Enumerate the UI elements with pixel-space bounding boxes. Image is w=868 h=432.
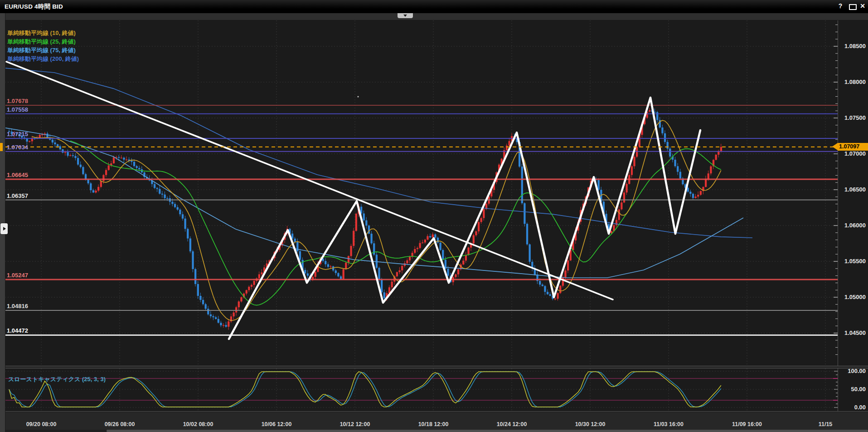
- candle-body: [296, 242, 298, 251]
- candle-body: [483, 209, 485, 218]
- candle-body: [174, 204, 176, 207]
- candle-body: [398, 270, 400, 272]
- candle-body: [417, 248, 418, 249]
- candle-body: [69, 155, 71, 156]
- candle-body: [199, 296, 201, 300]
- candle-body: [567, 260, 569, 270]
- candle-body: [547, 292, 548, 294]
- candle-body: [92, 190, 94, 192]
- close-icon[interactable]: ✕: [858, 2, 867, 10]
- candle-body: [621, 202, 622, 209]
- maximize-icon[interactable]: [849, 4, 857, 10]
- window-title: EUR/USD 4時間 BID: [5, 3, 63, 11]
- candle-body: [133, 162, 135, 166]
- candle-body: [177, 207, 179, 210]
- candle-body: [57, 144, 58, 146]
- level-price-label: 1.04472: [7, 327, 28, 334]
- candle-body: [383, 292, 385, 298]
- toolbar-collapse-tab[interactable]: [398, 13, 413, 18]
- price-levels: [5, 105, 838, 335]
- price-axis-label: 1.06500: [841, 186, 866, 193]
- candle-body: [544, 286, 546, 292]
- candle-body: [529, 244, 531, 261]
- candle-body: [396, 272, 398, 276]
- candle-body: [207, 309, 209, 314]
- candle-body: [694, 196, 696, 198]
- legend-item-sma: 単純移動平均線 (75, 終値): [7, 46, 79, 54]
- candle-body: [251, 285, 252, 287]
- candle-body: [192, 251, 194, 269]
- legend-item-sma: 単純移動平均線 (25, 終値): [7, 37, 79, 46]
- date-label: 10/12 12:00: [330, 421, 380, 427]
- candle-body: [29, 141, 30, 142]
- stochastic-axis-label: 0.00: [841, 404, 866, 411]
- candle-body: [661, 128, 663, 133]
- candle-body: [679, 172, 681, 179]
- candle-body: [480, 218, 482, 222]
- date-label: 09/26 08:00: [95, 421, 145, 427]
- candle-body: [564, 270, 566, 278]
- candle-body: [467, 248, 469, 255]
- candle-body: [123, 158, 125, 160]
- candle-body: [557, 293, 558, 299]
- candle-body: [74, 156, 76, 158]
- candle-body: [391, 282, 393, 287]
- candle-body: [674, 160, 676, 166]
- candle-body: [368, 226, 370, 234]
- help-icon[interactable]: ?: [836, 2, 844, 10]
- candle-body: [77, 158, 79, 164]
- candle-body: [325, 261, 326, 264]
- candle-body: [434, 234, 436, 237]
- sma-200-line: [5, 68, 752, 238]
- candle-body: [437, 238, 439, 243]
- left-panel-gutter: [0, 13, 5, 432]
- candlesticks: [8, 108, 722, 330]
- candle-body: [559, 286, 561, 293]
- candle-body: [700, 191, 702, 195]
- level-price-label: 1.06645: [7, 172, 28, 178]
- candle-body: [381, 280, 383, 293]
- price-axis-label: 1.07000: [841, 150, 866, 157]
- level-price-label: 1.05247: [7, 272, 28, 279]
- candle-body: [327, 264, 329, 267]
- candle-body: [59, 146, 61, 149]
- candle-body: [108, 166, 110, 170]
- candle-body: [159, 189, 160, 193]
- sma-25-line: [70, 141, 721, 305]
- candle-body: [67, 152, 68, 156]
- candle-body: [212, 316, 214, 317]
- candle-body: [46, 133, 48, 137]
- candle-body: [161, 194, 163, 195]
- candle-body: [378, 268, 380, 280]
- candle-body: [401, 266, 403, 270]
- candle-body: [337, 273, 339, 276]
- price-axis-label: 1.08000: [841, 79, 866, 85]
- legend-item-sma: 単純移動平均線 (10, 終値): [7, 29, 79, 37]
- date-label: 11/03 16:00: [644, 421, 693, 427]
- candle-body: [455, 275, 456, 277]
- level-price-label: 1.07678: [7, 98, 28, 104]
- candle-body: [539, 281, 541, 285]
- date-label: 10/18 12:00: [408, 421, 458, 427]
- candle-body: [154, 184, 155, 188]
- candle-body: [373, 243, 375, 255]
- candle-body: [508, 141, 510, 146]
- candle-body: [215, 317, 217, 319]
- candle-body: [355, 214, 357, 231]
- price-axis-label: 1.05500: [841, 258, 866, 265]
- candle-body: [554, 299, 556, 299]
- candle-body: [179, 210, 181, 214]
- candle-body: [194, 269, 196, 284]
- candle-body: [113, 157, 115, 163]
- stochastic-legend: スローストキャスティクス (25, 3, 3): [8, 375, 106, 383]
- candle-body: [475, 231, 477, 236]
- candle-body: [442, 250, 444, 260]
- candle-body: [343, 269, 344, 279]
- expand-sidebar-button[interactable]: [0, 223, 8, 234]
- candle-body: [182, 214, 184, 219]
- price-chart-canvas[interactable]: [0, 0, 868, 432]
- window-titlebar[interactable]: EUR/USD 4時間 BID ? ✕: [0, 0, 868, 13]
- candle-body: [225, 325, 227, 327]
- gridlines: [5, 20, 838, 411]
- date-label: 11/15: [800, 421, 850, 427]
